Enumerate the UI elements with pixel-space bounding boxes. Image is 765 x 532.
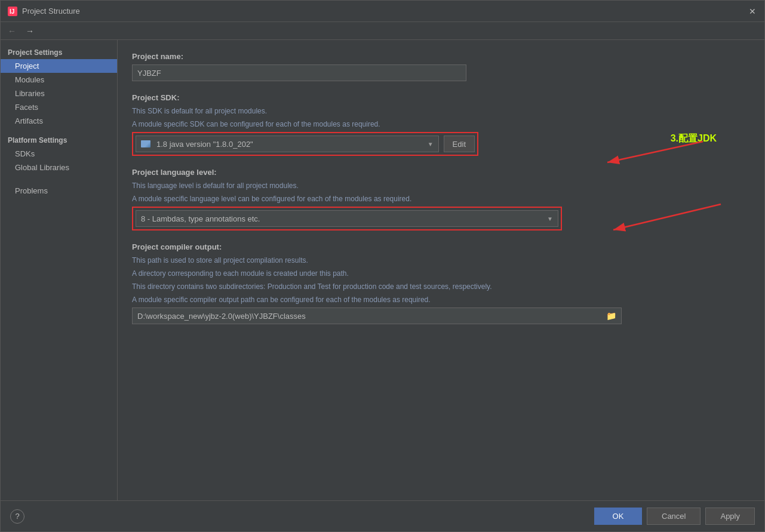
dialog-title: Project Structure [22,7,80,16]
compiler-desc4: A module specific compiler output path c… [132,294,750,305]
close-button[interactable]: ✕ [748,7,757,16]
lang-value: 8 - Lambdas, type annotations etc. [141,214,260,223]
help-button[interactable]: ? [10,509,24,524]
compiler-desc2: A directory corresponding to each module… [132,268,750,279]
folder-button[interactable]: 📁 [606,311,616,321]
project-settings-header: Project Settings [1,45,117,59]
sidebar-item-global-libraries[interactable]: Global Libraries [1,161,117,174]
sdk-desc2: A module specific SDK can be configured … [132,119,750,130]
sidebar-item-modules[interactable]: Modules [1,73,117,87]
project-lang-label: Project language level: [132,168,750,177]
compiler-output-section: Project compiler output: This path is us… [132,242,750,324]
sidebar-item-project[interactable]: Project [1,59,117,73]
lang-select-wrapper: 8 - Lambdas, type annotations etc. ▼ [132,207,562,230]
lang-desc1: This language level is default for all p… [132,180,750,191]
project-sdk-label: Project SDK: [132,93,750,102]
forward-button[interactable]: → [23,25,36,37]
sdk-value: 1.8 java version "1.8.0_202" [156,140,253,149]
sidebar-item-problems[interactable]: Problems [1,184,117,198]
content-area: Project name: Project SDK: This SDK is d… [118,40,764,500]
title-bar-left: IJ Project Structure [8,7,80,16]
sdk-dropdown[interactable]: 1.8 java version "1.8.0_202" ▼ [136,136,439,152]
sidebar: Project Settings Project Modules Librari… [1,40,118,500]
project-lang-section: Project language level: This language le… [132,168,750,230]
sidebar-item-sdks[interactable]: SDKs [1,147,117,161]
platform-settings-header: Platform Settings [1,133,117,147]
title-bar: IJ Project Structure ✕ [1,1,764,22]
bottom-buttons: OK Cancel Apply [594,508,755,525]
lang-dropdown[interactable]: 8 - Lambdas, type annotations etc. ▼ [136,210,558,227]
sdk-desc1: This SDK is default for all project modu… [132,106,750,116]
main-content: Project Settings Project Modules Librari… [1,40,764,500]
project-name-input[interactable] [132,64,466,81]
sidebar-spacer [1,128,117,133]
project-name-section: Project name: [132,52,750,81]
back-button[interactable]: ← [5,25,19,37]
intellij-icon: IJ [8,7,17,16]
sdk-icon [141,140,150,147]
cancel-button[interactable]: Cancel [647,508,701,525]
compiler-desc3: This directory contains two subdirectori… [132,281,750,292]
sdk-row: 1.8 java version "1.8.0_202" ▼ Edit [132,132,478,156]
edit-sdk-button[interactable]: Edit [444,136,475,152]
compiler-output-value: D:\workspace_new\yjbz-2.0(web)\YJBZF\cla… [137,312,306,321]
project-name-label: Project name: [132,52,750,61]
sidebar-item-libraries[interactable]: Libraries [1,87,117,100]
sidebar-item-facets[interactable]: Facets [1,100,117,114]
sdk-dropdown-arrow: ▼ [428,141,434,147]
lang-dropdown-arrow: ▼ [547,216,553,222]
compiler-desc1: This path is used to store all project c… [132,255,750,266]
bottom-bar: ? OK Cancel Apply [1,500,764,531]
annotation-label: 3.配置JDK [671,133,717,145]
svg-text:IJ: IJ [10,8,14,15]
project-sdk-section: Project SDK: This SDK is default for all… [132,93,750,156]
sidebar-item-artifacts[interactable]: Artifacts [1,114,117,128]
lang-desc2: A module specific language level can be … [132,193,750,204]
compiler-output-row: D:\workspace_new\yjbz-2.0(web)\YJBZF\cla… [132,307,622,324]
compiler-output-label: Project compiler output: [132,242,750,251]
sdk-select-inner: 1.8 java version "1.8.0_202" [141,140,253,149]
ok-button[interactable]: OK [594,508,642,525]
apply-button[interactable]: Apply [705,508,755,525]
project-structure-dialog: IJ Project Structure ✕ ← → Project Setti… [0,0,765,532]
nav-bar: ← → [1,22,764,40]
sidebar-spacer2 [1,174,117,179]
